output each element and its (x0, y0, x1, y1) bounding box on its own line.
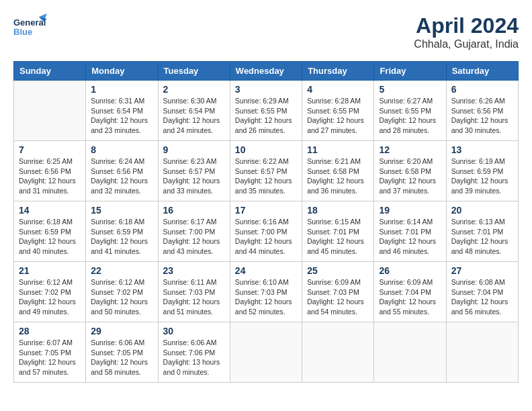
daylight-hours: Daylight: 12 hours and 26 minutes. (235, 116, 292, 134)
calendar-day-cell: 4 Sunrise: 6:28 AM Sunset: 6:55 PM Dayli… (302, 81, 374, 141)
daylight-hours: Daylight: 12 hours and 28 minutes. (379, 116, 436, 134)
sunrise-time: Sunrise: 6:15 AM (307, 218, 361, 226)
sunrise-time: Sunrise: 6:08 AM (451, 278, 505, 286)
day-number: 25 (307, 265, 369, 276)
day-info: Sunrise: 6:15 AM Sunset: 7:01 PM Dayligh… (307, 217, 369, 257)
day-number: 18 (307, 205, 369, 216)
daylight-hours: Daylight: 12 hours and 43 minutes. (163, 237, 220, 255)
sunrise-time: Sunrise: 6:30 AM (163, 97, 217, 105)
daylight-hours: Daylight: 12 hours and 45 minutes. (307, 237, 364, 255)
daylight-hours: Daylight: 13 hours and 0 minutes. (163, 358, 220, 376)
daylight-hours: Daylight: 12 hours and 27 minutes. (307, 116, 364, 134)
svg-text:Blue: Blue (13, 27, 32, 37)
svg-text:General: General (13, 17, 46, 28)
sunset-time: Sunset: 7:02 PM (19, 288, 71, 296)
calendar-day-cell (374, 322, 446, 383)
calendar-day-cell: 17 Sunrise: 6:16 AM Sunset: 7:00 PM Dayl… (230, 201, 302, 262)
day-info: Sunrise: 6:10 AM Sunset: 7:03 PM Dayligh… (235, 277, 297, 317)
sunset-time: Sunset: 6:59 PM (451, 167, 504, 175)
calendar-day-cell: 25 Sunrise: 6:09 AM Sunset: 7:03 PM Dayl… (302, 262, 374, 322)
sunrise-time: Sunrise: 6:28 AM (307, 97, 361, 105)
weekday-header-saturday: Saturday (446, 62, 518, 81)
daylight-hours: Daylight: 12 hours and 36 minutes. (307, 177, 364, 195)
sunset-time: Sunset: 7:01 PM (379, 228, 431, 236)
sunrise-time: Sunrise: 6:16 AM (235, 218, 289, 226)
calendar-day-cell (446, 322, 518, 383)
sunrise-time: Sunrise: 6:24 AM (91, 157, 144, 165)
day-number: 13 (451, 144, 513, 155)
daylight-hours: Daylight: 12 hours and 44 minutes. (235, 237, 292, 255)
sunrise-time: Sunrise: 6:18 AM (19, 218, 73, 226)
sunset-time: Sunset: 7:06 PM (163, 349, 216, 357)
calendar-day-cell: 11 Sunrise: 6:21 AM Sunset: 6:58 PM Dayl… (302, 141, 374, 201)
logo-icon: General Blue (13, 13, 47, 40)
sunset-time: Sunset: 7:04 PM (379, 288, 431, 296)
calendar-day-cell: 8 Sunrise: 6:24 AM Sunset: 6:56 PM Dayli… (86, 141, 158, 201)
daylight-hours: Daylight: 12 hours and 41 minutes. (91, 237, 148, 255)
day-number: 4 (307, 84, 369, 95)
day-info: Sunrise: 6:28 AM Sunset: 6:55 PM Dayligh… (307, 96, 369, 136)
day-info: Sunrise: 6:26 AM Sunset: 6:56 PM Dayligh… (451, 96, 513, 136)
sunrise-time: Sunrise: 6:14 AM (379, 218, 433, 226)
sunset-time: Sunset: 7:05 PM (19, 349, 71, 357)
day-number: 1 (91, 84, 152, 95)
day-number: 20 (451, 205, 513, 216)
daylight-hours: Daylight: 12 hours and 23 minutes. (91, 116, 148, 134)
daylight-hours: Daylight: 12 hours and 40 minutes. (19, 237, 76, 255)
daylight-hours: Daylight: 12 hours and 58 minutes. (91, 358, 148, 376)
day-number: 14 (19, 205, 81, 216)
calendar-day-cell: 13 Sunrise: 6:19 AM Sunset: 6:59 PM Dayl… (446, 141, 518, 201)
day-number: 7 (19, 144, 81, 155)
calendar-week-row: 7 Sunrise: 6:25 AM Sunset: 6:56 PM Dayli… (14, 141, 519, 201)
sunrise-time: Sunrise: 6:07 AM (19, 338, 73, 347)
weekday-header-friday: Friday (374, 62, 446, 81)
sunset-time: Sunset: 7:02 PM (91, 288, 143, 296)
day-info: Sunrise: 6:12 AM Sunset: 7:02 PM Dayligh… (19, 277, 81, 317)
calendar-day-cell: 1 Sunrise: 6:31 AM Sunset: 6:54 PM Dayli… (86, 81, 158, 141)
calendar-day-cell (230, 322, 302, 383)
sunset-time: Sunset: 7:01 PM (307, 228, 359, 236)
daylight-hours: Daylight: 12 hours and 52 minutes. (235, 298, 292, 316)
sunrise-time: Sunrise: 6:23 AM (163, 157, 217, 165)
day-number: 21 (19, 265, 81, 276)
calendar-day-cell: 20 Sunrise: 6:13 AM Sunset: 7:01 PM Dayl… (446, 201, 518, 262)
day-info: Sunrise: 6:09 AM Sunset: 7:04 PM Dayligh… (379, 277, 441, 317)
sunset-time: Sunset: 6:54 PM (163, 107, 216, 115)
daylight-hours: Daylight: 12 hours and 32 minutes. (91, 177, 148, 195)
calendar-day-cell: 18 Sunrise: 6:15 AM Sunset: 7:01 PM Dayl… (302, 201, 374, 262)
day-info: Sunrise: 6:18 AM Sunset: 6:59 PM Dayligh… (19, 217, 81, 257)
day-number: 16 (163, 205, 225, 216)
sunset-time: Sunset: 6:57 PM (163, 167, 216, 175)
calendar-day-cell: 15 Sunrise: 6:18 AM Sunset: 6:59 PM Dayl… (86, 201, 158, 262)
sunrise-time: Sunrise: 6:06 AM (91, 338, 144, 347)
day-info: Sunrise: 6:06 AM Sunset: 7:05 PM Dayligh… (91, 338, 152, 377)
day-number: 30 (163, 326, 225, 336)
sunrise-time: Sunrise: 6:19 AM (451, 157, 505, 165)
sunset-time: Sunset: 6:55 PM (307, 107, 359, 115)
sunrise-time: Sunrise: 6:06 AM (163, 338, 217, 347)
day-number: 8 (91, 144, 152, 155)
sunrise-time: Sunrise: 6:21 AM (307, 157, 361, 165)
day-info: Sunrise: 6:19 AM Sunset: 6:59 PM Dayligh… (451, 156, 513, 196)
day-number: 24 (235, 265, 297, 276)
day-number: 2 (163, 84, 225, 95)
sunrise-time: Sunrise: 6:11 AM (163, 278, 217, 286)
sunset-time: Sunset: 7:01 PM (451, 228, 504, 236)
day-number: 23 (163, 265, 225, 276)
calendar-day-cell: 16 Sunrise: 6:17 AM Sunset: 7:00 PM Dayl… (158, 201, 230, 262)
day-number: 15 (91, 205, 152, 216)
logo: General Blue (13, 13, 47, 40)
sunrise-time: Sunrise: 6:20 AM (379, 157, 433, 165)
calendar-day-cell: 12 Sunrise: 6:20 AM Sunset: 6:58 PM Dayl… (374, 141, 446, 201)
weekday-header-row: SundayMondayTuesdayWednesdayThursdayFrid… (14, 62, 519, 81)
sunset-time: Sunset: 7:00 PM (163, 228, 216, 236)
weekday-header-sunday: Sunday (14, 62, 86, 81)
sunrise-time: Sunrise: 6:31 AM (91, 97, 144, 105)
daylight-hours: Daylight: 12 hours and 48 minutes. (451, 237, 508, 255)
day-info: Sunrise: 6:09 AM Sunset: 7:03 PM Dayligh… (307, 277, 369, 317)
day-info: Sunrise: 6:23 AM Sunset: 6:57 PM Dayligh… (163, 156, 225, 196)
day-number: 3 (235, 84, 297, 95)
sunset-time: Sunset: 6:55 PM (379, 107, 431, 115)
daylight-hours: Daylight: 12 hours and 35 minutes. (235, 177, 292, 195)
sunrise-time: Sunrise: 6:13 AM (451, 218, 505, 226)
